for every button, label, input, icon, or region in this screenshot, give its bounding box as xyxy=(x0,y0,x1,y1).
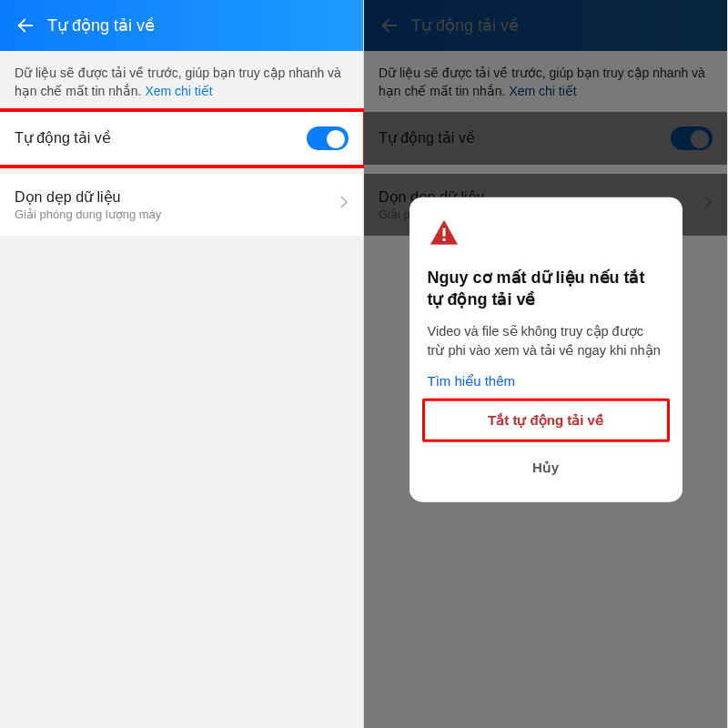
settings-screen-left: Tự động tải về Dữ liệu sẽ được tải về tr… xyxy=(0,0,364,728)
cleanup-title: Dọn dẹp dữ liệu xyxy=(15,188,332,206)
dialog-cancel-button[interactable]: Hủy xyxy=(422,445,670,489)
svg-rect-2 xyxy=(442,228,445,237)
dialog-body: Video và file sẽ không truy cập được trừ… xyxy=(428,321,664,359)
page-title: Tự động tải về xyxy=(47,15,155,35)
warning-icon xyxy=(428,217,460,250)
auto-download-row[interactable]: Tự động tải về xyxy=(0,112,363,165)
cleanup-row[interactable]: Dọn dẹp dữ liệu Giải phóng dung lượng má… xyxy=(0,174,363,236)
description-block: Dữ liệu sẽ được tải về trước, giúp bạn t… xyxy=(0,51,363,112)
auto-download-toggle[interactable] xyxy=(307,126,349,150)
back-button[interactable] xyxy=(11,11,40,40)
dialog-title: Nguy cơ mất dữ liệu nếu tắt tự động tải … xyxy=(428,267,664,311)
auto-download-label: Tự động tải về xyxy=(15,129,307,147)
section-divider xyxy=(0,165,363,174)
svg-rect-3 xyxy=(442,238,445,241)
highlight-toggle-row: Tự động tải về xyxy=(0,108,367,168)
header-bar: Tự động tải về xyxy=(0,0,363,51)
settings-screen-right: Tự động tải về Dữ liệu sẽ được tải về tr… xyxy=(364,0,728,728)
dialog-disable-button[interactable]: Tắt tự động tải về xyxy=(422,398,670,441)
cleanup-subtitle: Giải phóng dung lượng máy xyxy=(15,207,332,221)
confirm-dialog: Nguy cơ mất dữ liệu nếu tắt tự động tải … xyxy=(410,197,682,502)
chevron-right-icon xyxy=(339,195,349,214)
description-link[interactable]: Xem chi tiết xyxy=(145,84,212,98)
arrow-left-icon xyxy=(15,15,35,35)
dialog-learn-more-link[interactable]: Tìm hiểu thêm xyxy=(428,372,664,389)
